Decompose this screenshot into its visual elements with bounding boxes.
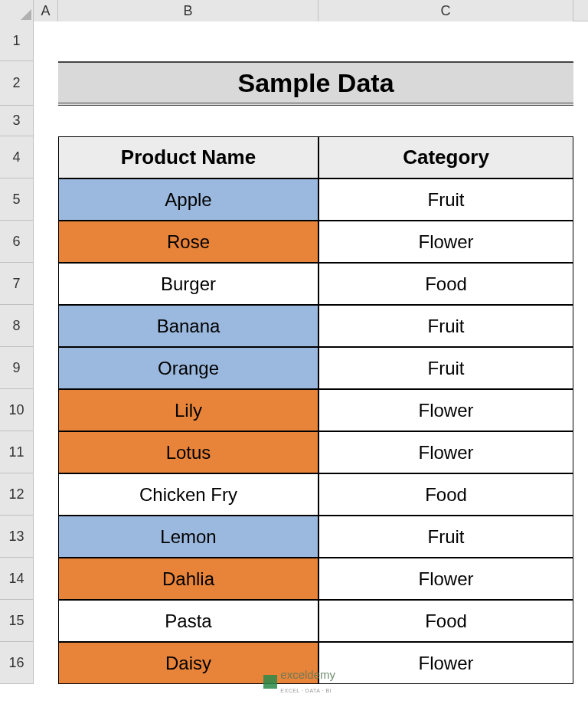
cell-category[interactable]: Fruit bbox=[318, 347, 573, 389]
row-header-14[interactable]: 14 bbox=[0, 558, 34, 600]
row-header-16[interactable]: 16 bbox=[0, 642, 34, 684]
cell-A11[interactable] bbox=[34, 431, 58, 473]
table-row: 11LotusFlower bbox=[0, 431, 588, 473]
row-header-11[interactable]: 11 bbox=[0, 431, 34, 473]
table-row: 13LemonFruit bbox=[0, 516, 588, 558]
select-all-triangle-icon bbox=[21, 9, 31, 20]
row-header-15[interactable]: 15 bbox=[0, 600, 34, 642]
row-header-8[interactable]: 8 bbox=[0, 305, 34, 347]
table-row: 8BananaFruit bbox=[0, 305, 588, 347]
cell-A14[interactable] bbox=[34, 558, 58, 600]
cell-product[interactable]: Rose bbox=[58, 221, 318, 263]
cell-A7[interactable] bbox=[34, 263, 58, 305]
cell-A5[interactable] bbox=[34, 178, 58, 221]
cell-category[interactable]: Flower bbox=[318, 221, 573, 263]
cell-category[interactable]: Flower bbox=[318, 389, 573, 431]
table-row: 15PastaFood bbox=[0, 600, 588, 642]
watermark-brand: exceldemy bbox=[280, 668, 335, 681]
cell-product[interactable]: Dahlia bbox=[58, 558, 318, 600]
cell-A16[interactable] bbox=[34, 642, 58, 684]
cell-A9[interactable] bbox=[34, 347, 58, 389]
cell-A4[interactable] bbox=[34, 136, 58, 178]
table-header-category[interactable]: Category bbox=[318, 136, 573, 178]
cell-product[interactable]: Orange bbox=[58, 347, 318, 389]
table-row: 5AppleFruit bbox=[0, 178, 588, 221]
row-header-13[interactable]: 13 bbox=[0, 516, 34, 558]
row-header-3[interactable]: 3 bbox=[0, 106, 34, 136]
table-row: 7BurgerFood bbox=[0, 263, 588, 305]
title-cell[interactable]: Sample Data bbox=[58, 61, 573, 106]
row-header-10[interactable]: 10 bbox=[0, 389, 34, 431]
table-row: 6RoseFlower bbox=[0, 221, 588, 263]
cell-category[interactable]: Food bbox=[318, 263, 573, 305]
cell-A13[interactable] bbox=[34, 516, 58, 558]
row-header-1[interactable]: 1 bbox=[0, 21, 34, 61]
spreadsheet: A B C 1 2 Sample Data 3 4 Product Name C… bbox=[0, 0, 588, 684]
cell-BC1[interactable] bbox=[58, 21, 573, 61]
row-header-4[interactable]: 4 bbox=[0, 136, 34, 178]
column-header-C[interactable]: C bbox=[318, 0, 573, 21]
column-header-A[interactable]: A bbox=[34, 0, 58, 21]
watermark-text: exceldemy EXCEL · DATA · BI bbox=[280, 668, 335, 696]
row-header-9[interactable]: 9 bbox=[0, 347, 34, 389]
cell-A15[interactable] bbox=[34, 600, 58, 642]
cell-A2[interactable] bbox=[34, 61, 58, 106]
cell-product[interactable]: Lemon bbox=[58, 516, 318, 558]
watermark-logo-icon bbox=[263, 675, 277, 689]
cell-product[interactable]: Burger bbox=[58, 263, 318, 305]
table-row: 9OrangeFruit bbox=[0, 347, 588, 389]
table-row: 12Chicken FryFood bbox=[0, 473, 588, 516]
row-header-5[interactable]: 5 bbox=[0, 178, 34, 221]
row-2: 2 Sample Data bbox=[0, 61, 588, 106]
cell-category[interactable]: Flower bbox=[318, 431, 573, 473]
cell-A6[interactable] bbox=[34, 221, 58, 263]
row-1: 1 bbox=[0, 21, 588, 61]
cell-category[interactable]: Fruit bbox=[318, 516, 573, 558]
cell-A3[interactable] bbox=[34, 106, 58, 136]
row-header-2[interactable]: 2 bbox=[0, 61, 34, 106]
watermark-tagline: EXCEL · DATA · BI bbox=[280, 688, 332, 693]
cell-category[interactable]: Food bbox=[318, 600, 573, 642]
table-row: 14DahliaFlower bbox=[0, 558, 588, 600]
table-row: 10LilyFlower bbox=[0, 389, 588, 431]
cell-product[interactable]: Banana bbox=[58, 305, 318, 347]
table-header-product[interactable]: Product Name bbox=[58, 136, 318, 178]
select-all-corner[interactable] bbox=[0, 0, 34, 21]
cell-category[interactable]: Food bbox=[318, 473, 573, 516]
column-header-B[interactable]: B bbox=[58, 0, 318, 21]
cell-product[interactable]: Lily bbox=[58, 389, 318, 431]
cell-A1[interactable] bbox=[34, 21, 58, 61]
watermark: exceldemy EXCEL · DATA · BI bbox=[263, 668, 335, 696]
cell-product[interactable]: Chicken Fry bbox=[58, 473, 318, 516]
row-header-7[interactable]: 7 bbox=[0, 263, 34, 305]
row-header-6[interactable]: 6 bbox=[0, 221, 34, 263]
row-header-12[interactable]: 12 bbox=[0, 473, 34, 516]
row-3: 3 bbox=[0, 106, 588, 136]
cell-A8[interactable] bbox=[34, 305, 58, 347]
cell-category[interactable]: Fruit bbox=[318, 178, 573, 221]
row-4: 4 Product Name Category bbox=[0, 136, 588, 178]
cell-product[interactable]: Lotus bbox=[58, 431, 318, 473]
data-rows: 5AppleFruit6RoseFlower7BurgerFood8Banana… bbox=[0, 178, 588, 684]
column-header-row: A B C bbox=[0, 0, 588, 21]
cell-BC3[interactable] bbox=[58, 106, 573, 136]
cell-product[interactable]: Apple bbox=[58, 178, 318, 221]
cell-category[interactable]: Fruit bbox=[318, 305, 573, 347]
cell-A12[interactable] bbox=[34, 473, 58, 516]
cell-category[interactable]: Flower bbox=[318, 642, 573, 684]
cell-product[interactable]: Pasta bbox=[58, 600, 318, 642]
cell-category[interactable]: Flower bbox=[318, 558, 573, 600]
cell-A10[interactable] bbox=[34, 389, 58, 431]
